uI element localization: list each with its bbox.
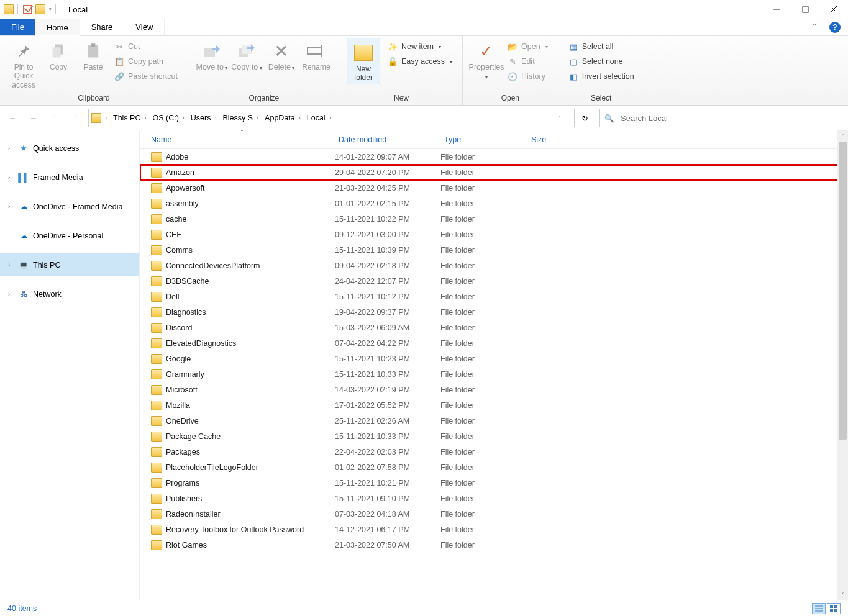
nav-recent-button[interactable]: ˅ <box>46 109 63 127</box>
view-details-button[interactable] <box>812 603 826 614</box>
file-row[interactable]: Publishers15-11-2021 09:10 PMFile folder <box>140 491 848 506</box>
file-row[interactable]: ConnectedDevicesPlatform09-04-2022 02:18… <box>140 258 848 273</box>
file-row[interactable]: assembly01-01-2022 02:15 PMFile folder <box>140 196 848 211</box>
minimize-button[interactable] <box>762 0 791 19</box>
file-row[interactable]: Packages22-04-2022 02:03 PMFile folder <box>140 444 848 460</box>
address-dropdown-icon[interactable]: ˅ <box>552 115 567 121</box>
file-row[interactable]: Discord15-03-2022 06:09 AMFile folder <box>140 320 848 335</box>
nav-onedrive-framed[interactable]: ›☁OneDrive - Framed Media <box>0 195 139 218</box>
file-row[interactable]: Google15-11-2021 10:23 PMFile folder <box>140 351 848 366</box>
file-row[interactable]: Apowersoft21-03-2022 04:25 PMFile folder <box>140 180 848 196</box>
properties-button[interactable]: ✓ Properties ▾ <box>469 38 504 81</box>
delete-button[interactable]: ✕ Delete ▾ <box>264 38 299 72</box>
scroll-thumb[interactable] <box>839 142 847 440</box>
file-row[interactable]: Dell15-11-2021 10:12 PMFile folder <box>140 289 848 304</box>
file-row[interactable]: Comms15-11-2021 10:39 PMFile folder <box>140 242 848 258</box>
breadcrumb-segment[interactable]: OS (C:)› <box>150 114 188 122</box>
qat-checkbox-icon[interactable] <box>23 5 32 14</box>
folder-icon <box>151 276 162 286</box>
file-row[interactable]: Programs15-11-2021 10:21 PMFile folder <box>140 475 848 491</box>
file-row[interactable]: Riot Games21-03-2022 07:50 AMFile folder <box>140 537 848 553</box>
file-type: File folder <box>440 308 527 317</box>
file-row[interactable]: D3DSCache24-04-2022 12:07 PMFile folder <box>140 273 848 289</box>
maximize-button[interactable] <box>791 0 819 19</box>
edit-button[interactable]: ✎Edit <box>504 55 552 68</box>
search-input[interactable] <box>621 114 839 123</box>
nav-up-button[interactable]: ↑ <box>67 109 84 127</box>
breadcrumb-segment[interactable]: AppData› <box>262 114 304 122</box>
view-large-icons-button[interactable] <box>827 603 841 614</box>
file-row[interactable]: cache15-11-2021 10:22 PMFile folder <box>140 211 848 227</box>
file-name: CEF <box>166 230 335 239</box>
svg-rect-11 <box>308 48 321 54</box>
column-name[interactable]: Name <box>140 135 332 144</box>
file-row[interactable]: CEF09-12-2021 03:00 PMFile folder <box>140 227 848 242</box>
breadcrumb-segment[interactable]: Local› <box>304 114 335 122</box>
file-row[interactable]: Amazon29-04-2022 07:20 PMFile folder <box>140 165 848 180</box>
folder-icon <box>151 540 162 550</box>
tab-share[interactable]: Share <box>80 19 125 35</box>
group-label-clipboard: Clipboard <box>6 93 181 105</box>
nav-quick-access[interactable]: ›★Quick access <box>0 137 139 160</box>
folder-icon <box>151 338 162 348</box>
file-row[interactable]: Adobe14-01-2022 09:07 AMFile folder <box>140 149 848 165</box>
breadcrumb-segment[interactable]: Blessy S› <box>220 114 262 122</box>
ribbon-collapse-icon[interactable]: ˆ <box>803 19 826 35</box>
file-row[interactable]: Microsoft14-03-2022 02:19 PMFile folder <box>140 382 848 397</box>
tab-file[interactable]: File <box>0 19 35 35</box>
copy-path-button[interactable]: 📋Copy path <box>111 55 181 68</box>
move-to-button[interactable]: Move to ▾ <box>194 38 229 72</box>
select-all-button[interactable]: ▦Select all <box>565 40 638 53</box>
file-row[interactable]: Mozilla17-01-2022 05:52 PMFile folder <box>140 397 848 413</box>
file-row[interactable]: PlaceholderTileLogoFolder01-02-2022 07:5… <box>140 460 848 475</box>
tab-home[interactable]: Home <box>35 19 80 36</box>
file-row[interactable]: RadeonInstaller07-03-2022 04:18 AMFile f… <box>140 506 848 522</box>
column-size[interactable]: Size <box>525 135 600 144</box>
folder-icon <box>35 4 45 14</box>
scroll-down-icon[interactable]: ˅ <box>837 589 848 600</box>
nav-back-button[interactable]: ← <box>4 109 21 127</box>
folder-icon <box>151 214 162 224</box>
rename-button[interactable]: Rename <box>299 38 334 71</box>
nav-network[interactable]: ›🖧Network <box>0 283 139 306</box>
qat-dropdown-icon[interactable]: ▾ <box>49 7 52 12</box>
file-row[interactable]: Grammarly15-11-2021 10:33 PMFile folder <box>140 366 848 382</box>
copy-button[interactable]: Copy <box>41 38 76 71</box>
paste-button[interactable]: Paste <box>76 38 111 71</box>
pin-to-quick-access-button[interactable]: Pin to Quick access <box>6 38 41 89</box>
nav-this-pc[interactable]: ›💻This PC <box>0 253 139 276</box>
search-box[interactable]: 🔍 <box>599 109 844 127</box>
breadcrumb-segment[interactable]: This PC› <box>111 114 150 122</box>
new-item-button[interactable]: ✨New item▾ <box>384 40 456 53</box>
file-row[interactable]: ElevatedDiagnostics07-04-2022 04:22 PMFi… <box>140 335 848 351</box>
new-folder-button[interactable]: New folder <box>349 40 378 83</box>
cut-button[interactable]: ✂Cut <box>111 40 181 53</box>
file-row[interactable]: OneDrive25-11-2021 02:26 AMFile folder <box>140 413 848 428</box>
column-date[interactable]: Date modified <box>332 135 438 144</box>
file-row[interactable]: Diagnostics19-04-2022 09:37 PMFile folde… <box>140 304 848 320</box>
refresh-button[interactable]: ↻ <box>574 109 595 127</box>
invert-selection-button[interactable]: ◧Invert selection <box>565 70 638 83</box>
folder-icon <box>151 401 162 410</box>
nav-forward-button[interactable]: → <box>25 109 42 127</box>
column-type[interactable]: Type <box>438 135 525 144</box>
file-row[interactable]: Package Cache15-11-2021 10:33 PMFile fol… <box>140 428 848 444</box>
vertical-scrollbar[interactable]: ˄ ˅ <box>837 130 848 600</box>
scroll-up-icon[interactable]: ˄ <box>837 130 848 141</box>
paste-shortcut-button[interactable]: 🔗Paste shortcut <box>111 70 181 83</box>
column-headers: ˄ Name Date modified Type Size <box>140 130 848 149</box>
breadcrumb-segment[interactable]: Users› <box>188 114 221 122</box>
help-button[interactable]: ? <box>826 19 844 35</box>
easy-access-button[interactable]: 🔓Easy access▾ <box>384 55 456 68</box>
file-row[interactable]: Recovery Toolbox for Outlook Password14-… <box>140 522 848 537</box>
nav-onedrive-personal[interactable]: ☁OneDrive - Personal <box>0 224 139 247</box>
select-none-button[interactable]: ▢Select none <box>565 55 638 68</box>
folder-icon <box>4 4 14 14</box>
tab-view[interactable]: View <box>124 19 165 35</box>
address-bar[interactable]: › This PC›OS (C:)›Users›Blessy S›AppData… <box>88 109 570 127</box>
open-button[interactable]: 📂Open▾ <box>504 40 552 53</box>
history-button[interactable]: 🕘History <box>504 70 552 83</box>
nav-framed-media[interactable]: ›▌▌Framed Media <box>0 166 139 189</box>
copy-to-button[interactable]: Copy to ▾ <box>229 38 264 72</box>
close-button[interactable] <box>819 0 848 19</box>
